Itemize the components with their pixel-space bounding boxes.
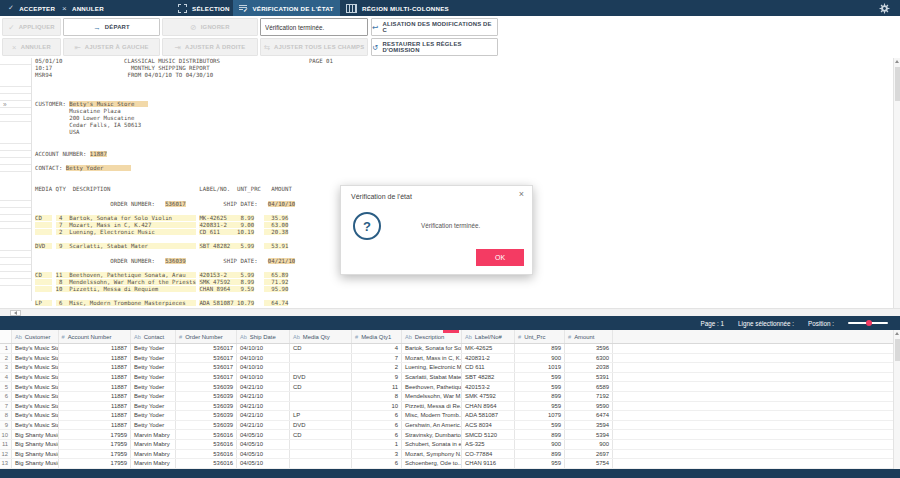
ribbon-item-accepter[interactable]: ✓ ACCEPTER xyxy=(8,0,55,16)
ajuster-gauche-button: ⇤ AJUSTER À GAUCHE xyxy=(63,38,160,56)
column-header-ship-date[interactable]: AbShip Date xyxy=(237,330,290,343)
report-line xyxy=(35,236,333,243)
report-line: MSR94 FROM 04/01/10 TO 04/30/10 xyxy=(35,72,333,79)
column-header-label-no-[interactable]: AbLabel/No# xyxy=(462,330,515,343)
extracted-field: 6 Misc, Modern Trombone Masterpieces xyxy=(56,300,196,306)
cell-contact: Betty Yoder xyxy=(131,402,176,411)
cell-unt-prc: 1079 xyxy=(515,411,565,420)
table-row[interactable]: 1Betty's Music Store11887Betty Yoder5360… xyxy=(0,344,893,354)
verification-status-input[interactable] xyxy=(260,18,368,36)
cell-media-qty xyxy=(290,354,352,363)
table-row[interactable]: 10Big Shanty Music17959Marvin Mabry53601… xyxy=(0,430,893,440)
cell-description: Mozart, Symphony N... xyxy=(402,450,462,459)
extracted-field: 53.91 xyxy=(264,243,288,249)
cell-label-no-: CHAN 9116 xyxy=(462,459,515,468)
cell-ship-date: 04/21/10 xyxy=(237,411,290,420)
extracted-field: CD xyxy=(35,272,52,278)
scroll-thumb[interactable] xyxy=(895,67,900,101)
cell-account-number: 17959 xyxy=(59,430,132,439)
ribbon-label: SÉLECTION xyxy=(192,5,230,12)
extracted-field: 10.79 xyxy=(234,300,255,306)
check-icon: ✓ xyxy=(8,23,14,32)
depart-button[interactable]: → DÉPART xyxy=(63,18,160,36)
dialog-close-icon[interactable]: × xyxy=(519,189,524,199)
cell-order-number: 536016 xyxy=(176,459,237,468)
cell-media-qty xyxy=(290,459,352,468)
extracted-field: 9 Scarlatti, Stabat Mater xyxy=(56,243,196,249)
table-row[interactable]: 2Betty's Music Store11887Betty Yoder5360… xyxy=(0,354,893,364)
restaurer-regles-button[interactable]: ↺ RESTAURER LES RÈGLES D'OMISSION xyxy=(371,38,498,56)
scroll-up-icon xyxy=(895,332,899,335)
extracted-field: DVD xyxy=(35,243,52,249)
grid-vertical-scrollbar[interactable] xyxy=(893,330,900,469)
table-row[interactable]: 3Betty's Music Store11887Betty Yoder5360… xyxy=(0,363,893,373)
report-line xyxy=(35,172,333,179)
column-header-unt-prc[interactable]: #Unt_Prc xyxy=(515,330,565,343)
cell-label-no-: 420831-2 xyxy=(462,354,515,363)
cell-media-qty xyxy=(290,402,352,411)
position-slider[interactable] xyxy=(848,322,888,324)
cell-label-no-: AS-325 xyxy=(462,440,515,449)
cell-order-number: 536017 xyxy=(176,373,237,382)
ribbon-item-annuler[interactable]: × ANNULER xyxy=(62,0,104,16)
column-header-contact[interactable]: AbContact xyxy=(131,330,176,343)
cell-description: Scarlatti, Stabat Mater xyxy=(402,373,462,382)
extracted-field: CD 611 xyxy=(199,229,233,235)
extracted-field: 536017 xyxy=(165,201,186,207)
table-row[interactable]: 13Big Shanty Music17959Marvin Mabry53601… xyxy=(0,459,893,469)
column-header-amount[interactable]: #Amount xyxy=(565,330,613,343)
report-line xyxy=(35,265,333,272)
cell-media-qty1: 8 xyxy=(352,392,402,401)
cell-customer: Big Shanty Music xyxy=(12,459,59,468)
table-row[interactable]: 11Big Shanty Music17959Marvin Mabry53601… xyxy=(0,440,893,450)
cell-customer: Betty's Music Store xyxy=(12,382,59,391)
cell-media-qty: DVD xyxy=(290,421,352,430)
cell-contact: Marvin Mabry xyxy=(131,459,176,468)
slider-handle[interactable] xyxy=(866,320,872,326)
cell-media-qty1: 6 xyxy=(352,430,402,439)
actualisation-modifications-button[interactable]: ↩ ALISATION DES MODIFICATIONS DE C xyxy=(371,18,498,36)
cell-label-no-: 420153-2 xyxy=(462,382,515,391)
report-vertical-scrollbar[interactable] xyxy=(893,58,900,308)
table-row[interactable]: 12Big Shanty Music17959Marvin Mabry53601… xyxy=(0,450,893,460)
cell-ship-date: 04/21/10 xyxy=(237,382,290,391)
column-header-order-number[interactable]: #Order Number xyxy=(176,330,237,343)
scroll-thumb[interactable] xyxy=(895,339,900,361)
table-row[interactable]: 4Betty's Music Store11887Betty Yoder5360… xyxy=(0,373,893,383)
column-header-media-qty1[interactable]: #Media Qty1 xyxy=(352,330,402,343)
ribbon-tab-verification-etat[interactable]: ✓ VÉRIFICATION DE L'ÉTAT xyxy=(233,0,340,16)
cell-ship-date: 04/21/10 xyxy=(237,392,290,401)
cell-customer: Big Shanty Music xyxy=(12,450,59,459)
cell-order-number: 536016 xyxy=(176,440,237,449)
cell-amount: 5394 xyxy=(565,430,613,439)
settings-button[interactable] xyxy=(879,0,890,16)
cell-unt-prc: 599 xyxy=(515,373,565,382)
table-row[interactable]: 8Betty's Music Store11887Betty Yoder5360… xyxy=(0,411,893,421)
ok-button[interactable]: OK xyxy=(476,249,524,266)
column-header-account-number[interactable]: #Account Number xyxy=(59,330,132,343)
table-row[interactable]: 7Betty's Music Store11887Betty Yoder5360… xyxy=(0,402,893,412)
report-line xyxy=(35,293,333,300)
ribbon-label: RÉGION MULTI-COLONNES xyxy=(362,5,449,12)
cell-amount: 6474 xyxy=(565,411,613,420)
table-row[interactable]: 9Betty's Music Store11887Betty Yoder5360… xyxy=(0,421,893,431)
cell-unt-prc: 599 xyxy=(515,382,565,391)
extracted-field: 5.99 xyxy=(234,272,255,278)
status-dialog: Vérification de l'état × ? Vérification … xyxy=(340,185,533,275)
ribbon-item-selection[interactable]: SÉLECTION xyxy=(178,0,230,16)
column-header-customer[interactable]: AbCustomer xyxy=(12,330,59,343)
cell-account-number: 17959 xyxy=(59,459,132,468)
page-indicator: Page : 1 xyxy=(701,320,724,327)
table-row[interactable]: 5Betty's Music Store11887Betty Yoder5360… xyxy=(0,382,893,392)
table-row[interactable]: 6Betty's Music Store11887Betty Yoder5360… xyxy=(0,392,893,402)
column-header-media-qty[interactable]: AbMedia Qty xyxy=(290,330,352,343)
selected-line-label: Ligne sélectionnée : xyxy=(738,320,794,327)
cell-customer: Betty's Music Store xyxy=(12,373,59,382)
extracted-field: 11 Beethoven, Pathetique Sonata, Arau xyxy=(56,272,196,278)
report-horizontal-scrollbar[interactable] xyxy=(0,308,900,316)
report-line xyxy=(35,250,333,257)
ribbon-item-region-multi-colonnes[interactable]: RÉGION MULTI-COLONNES xyxy=(346,0,449,16)
report-line: USA xyxy=(35,129,333,136)
report-text: 05/01/10 CLASSICAL MUSIC DISTRIBUTORS PA… xyxy=(35,58,333,307)
report-line: Muscatine Plaza xyxy=(35,108,333,115)
